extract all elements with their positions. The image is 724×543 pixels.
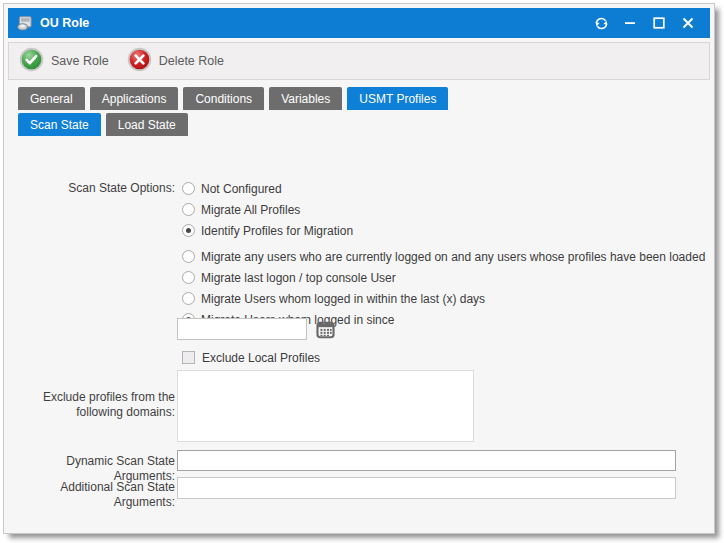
radio-label: Migrate last logon / top console User: [201, 271, 396, 285]
ou-role-window: OU Role: [3, 3, 715, 534]
radio-label: Identify Profiles for Migration: [201, 224, 353, 238]
exclude-domains-textarea[interactable]: [177, 370, 474, 442]
titlebar[interactable]: OU Role: [8, 8, 710, 38]
maximize-icon[interactable]: [651, 15, 667, 31]
radio-label: Migrate any users who are currently logg…: [201, 250, 705, 264]
main-tabstrip: General Applications Conditions Variable…: [18, 87, 710, 110]
dynamic-args-input[interactable]: [177, 450, 676, 471]
tab-general[interactable]: General: [18, 87, 85, 110]
tab-usmt-profiles[interactable]: USMT Profiles: [347, 87, 448, 110]
exclude-local-profiles-row[interactable]: Exclude Local Profiles: [177, 347, 320, 368]
exclude-domains-label: Exclude profiles from the following doma…: [8, 370, 175, 420]
tab-applications[interactable]: Applications: [90, 87, 179, 110]
delete-role-label: Delete Role: [159, 54, 224, 68]
subtab-scan-state[interactable]: Scan State: [18, 113, 101, 136]
toolbar: Save Role Delete Role: [8, 42, 710, 80]
radio-circle[interactable]: [182, 224, 195, 237]
radio-option-logged-in-last-x-days[interactable]: Migrate Users whom logged in within the …: [177, 288, 705, 309]
usmt-subtabstrip: Scan State Load State: [18, 113, 710, 136]
checkbox-label: Exclude Local Profiles: [202, 351, 320, 365]
app-window-icon: [16, 15, 33, 32]
close-icon[interactable]: [680, 15, 696, 31]
green-check-circle-icon: [19, 47, 44, 76]
radio-label: Migrate All Profiles: [201, 203, 300, 217]
radio-circle[interactable]: [182, 250, 195, 263]
subtab-load-state[interactable]: Load State: [106, 113, 188, 136]
additional-args-input[interactable]: [177, 477, 676, 499]
red-x-circle-icon: [127, 47, 152, 76]
radio-label: Migrate Users whom logged in within the …: [201, 292, 485, 306]
window-title: OU Role: [40, 16, 593, 30]
save-role-button[interactable]: Save Role: [19, 47, 109, 76]
tab-conditions[interactable]: Conditions: [183, 87, 264, 110]
delete-role-button[interactable]: Delete Role: [127, 47, 224, 76]
radio-circle[interactable]: [182, 182, 195, 195]
radio-circle[interactable]: [182, 271, 195, 284]
radio-option-migrate-all-profiles[interactable]: Migrate All Profiles: [177, 199, 353, 220]
scan-state-options-label: Scan State Options:: [8, 178, 175, 196]
save-role-label: Save Role: [51, 54, 109, 68]
radio-option-identify-profiles[interactable]: Identify Profiles for Migration: [177, 220, 353, 241]
radio-option-migrate-any-logged-on[interactable]: Migrate any users who are currently logg…: [177, 246, 705, 267]
radio-option-last-logon-console[interactable]: Migrate last logon / top console User: [177, 267, 705, 288]
calendar-icon[interactable]: [316, 320, 335, 339]
logged-in-since-date-input[interactable]: [177, 318, 307, 340]
refresh-icon[interactable]: [593, 15, 609, 31]
tab-variables[interactable]: Variables: [269, 87, 342, 110]
radio-group-1: Not Configured Migrate All Profiles Iden…: [177, 178, 353, 241]
exclude-local-profiles-checkbox[interactable]: [182, 351, 195, 364]
scan-state-form: Scan State Options: Not Configured Migra…: [8, 136, 710, 529]
radio-label: Not Configured: [201, 182, 282, 196]
additional-args-label: Additional Scan State Arguments:: [8, 477, 175, 510]
minimize-icon[interactable]: [622, 15, 638, 31]
radio-circle[interactable]: [182, 203, 195, 216]
radio-option-not-configured[interactable]: Not Configured: [177, 178, 353, 199]
radio-circle[interactable]: [182, 292, 195, 305]
